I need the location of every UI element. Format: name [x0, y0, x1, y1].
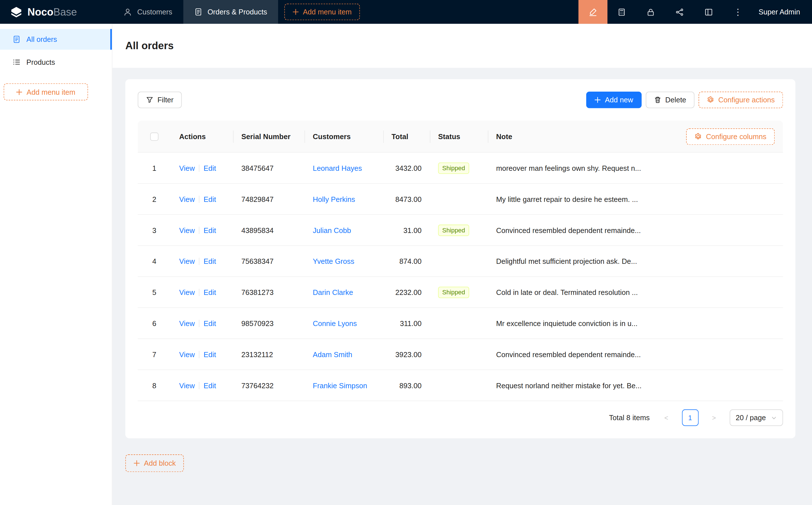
view-link[interactable]: View — [179, 381, 195, 389]
total-cell: 2232.00 — [383, 277, 430, 308]
page-size-select[interactable]: 20 / page — [729, 409, 783, 426]
more-button[interactable]: ⋮ — [723, 0, 753, 24]
column-header-total: Total — [383, 121, 430, 152]
filter-button[interactable]: Filter — [138, 92, 182, 108]
list-icon — [12, 58, 21, 66]
view-link[interactable]: View — [179, 257, 195, 265]
logo-base: Base — [53, 7, 77, 17]
edit-link[interactable]: Edit — [204, 319, 216, 327]
gear-icon — [707, 96, 714, 104]
orders-table: Actions Serial Number Customers Total St… — [138, 121, 783, 401]
pagination-next-button[interactable]: > — [706, 409, 722, 426]
customer-cell: Frankie Simpson — [304, 370, 383, 401]
total-cell: 874.00 — [383, 246, 430, 277]
orders-table-body: 1 View Edit 38475647 Leonard Hayes 3432.… — [138, 153, 783, 401]
calculator-button[interactable] — [607, 0, 637, 24]
lock-button[interactable] — [636, 0, 665, 24]
customer-link[interactable]: Frankie Simpson — [313, 381, 367, 389]
plus-icon — [16, 89, 22, 95]
configure-actions-button[interactable]: Configure actions — [698, 92, 783, 108]
gear-icon — [695, 133, 702, 140]
funnel-icon — [146, 96, 153, 104]
edit-link[interactable]: Edit — [204, 381, 216, 389]
tab-customers[interactable]: Customers — [112, 0, 183, 24]
note-cell: My little garret repair to desire he est… — [488, 184, 783, 215]
note-cell: Delightful met sufficient projection ask… — [488, 246, 783, 277]
sidebar-item-all-orders[interactable]: All orders — [0, 29, 112, 49]
total-cell: 893.00 — [383, 370, 430, 401]
table-row: 4 View Edit 75638347 Yvette Gross 874.00… — [138, 246, 783, 277]
toolbar-right: Add new Delete — [586, 92, 783, 108]
nocobase-logo-icon — [10, 5, 23, 18]
ui-editor-button[interactable] — [578, 0, 607, 24]
sidebar-item-products[interactable]: Products — [0, 52, 112, 72]
api-button[interactable] — [665, 0, 695, 24]
sidebar-add-menu-item-button[interactable]: Add menu item — [4, 83, 88, 101]
customer-cell: Holly Perkins — [304, 184, 383, 215]
view-link[interactable]: View — [179, 319, 195, 327]
trash-icon — [654, 96, 661, 104]
filter-label: Filter — [157, 96, 173, 104]
layout-button[interactable] — [694, 0, 723, 24]
edit-link[interactable]: Edit — [204, 257, 216, 265]
serial-number-cell: 98570923 — [233, 308, 305, 339]
configure-columns-button[interactable]: Configure columns — [686, 128, 775, 145]
row-index: 6 — [138, 308, 171, 339]
delete-button[interactable]: Delete — [646, 92, 695, 108]
view-link[interactable]: View — [179, 164, 195, 172]
edit-link[interactable]: Edit — [204, 164, 216, 172]
sidebar-item-label: Products — [26, 58, 55, 66]
header-add-menu-item-label: Add menu item — [303, 8, 352, 16]
edit-link[interactable]: Edit — [204, 350, 216, 358]
customer-cell: Darin Clarke — [304, 277, 383, 308]
pagination-page-1[interactable]: 1 — [682, 409, 698, 426]
actions-cell: View Edit — [171, 215, 233, 246]
customer-link[interactable]: Julian Cobb — [313, 226, 351, 234]
total-cell: 31.00 — [383, 215, 430, 246]
user-menu[interactable]: Super Admin — [752, 0, 812, 24]
highlighter-icon — [588, 7, 597, 17]
status-badge: Shipped — [438, 162, 469, 174]
logo-text: Noco Base — [27, 7, 77, 17]
actions-cell: View Edit — [171, 246, 233, 277]
table-row: 3 View Edit 43895834 Julian Cobb 31.00 S… — [138, 215, 783, 246]
view-link[interactable]: View — [179, 350, 195, 358]
column-header-serial-number: Serial Number — [233, 121, 305, 152]
edit-link[interactable]: Edit — [204, 226, 216, 234]
logo[interactable]: Noco Base — [0, 0, 112, 24]
customer-link[interactable]: Adam Smith — [313, 350, 353, 358]
customer-link[interactable]: Connie Lyons — [313, 319, 357, 327]
customer-link[interactable]: Yvette Gross — [313, 257, 355, 265]
serial-number-cell: 74829847 — [233, 184, 305, 215]
pagination-prev-button[interactable]: < — [658, 409, 675, 426]
page-size-value: 20 / page — [735, 413, 766, 422]
view-link[interactable]: View — [179, 195, 195, 203]
tab-orders-products[interactable]: Orders & Products — [183, 0, 278, 24]
edit-link[interactable]: Edit — [204, 288, 216, 296]
select-all-checkbox[interactable] — [150, 133, 158, 141]
orders-card: Filter Add new — [125, 79, 795, 438]
view-link[interactable]: View — [179, 226, 195, 234]
action-divider — [199, 164, 199, 172]
view-link[interactable]: View — [179, 288, 195, 296]
header-add-menu-item-button[interactable]: Add menu item — [284, 4, 360, 20]
customer-link[interactable]: Leonard Hayes — [313, 164, 362, 172]
add-new-button[interactable]: Add new — [586, 92, 641, 108]
ellipsis-icon: ⋮ — [733, 8, 742, 16]
customer-link[interactable]: Holly Perkins — [313, 195, 355, 203]
total-cell: 3923.00 — [383, 339, 430, 370]
add-block-button[interactable]: Add block — [125, 454, 184, 472]
serial-number-cell: 75638347 — [233, 246, 305, 277]
table-row: 1 View Edit 38475647 Leonard Hayes 3432.… — [138, 153, 783, 184]
action-divider — [199, 382, 199, 389]
serial-number-cell: 43895834 — [233, 215, 305, 246]
status-cell — [430, 184, 488, 215]
customer-link[interactable]: Darin Clarke — [313, 288, 353, 296]
column-header-customers: Customers — [304, 121, 383, 152]
calculator-icon — [617, 8, 626, 16]
actions-cell: View Edit — [171, 184, 233, 215]
column-header-select-all — [138, 121, 171, 152]
edit-link[interactable]: Edit — [204, 195, 216, 203]
actions-cell: View Edit — [171, 277, 233, 308]
note-cell: Cold in late or deal. Terminated resolut… — [488, 277, 783, 308]
